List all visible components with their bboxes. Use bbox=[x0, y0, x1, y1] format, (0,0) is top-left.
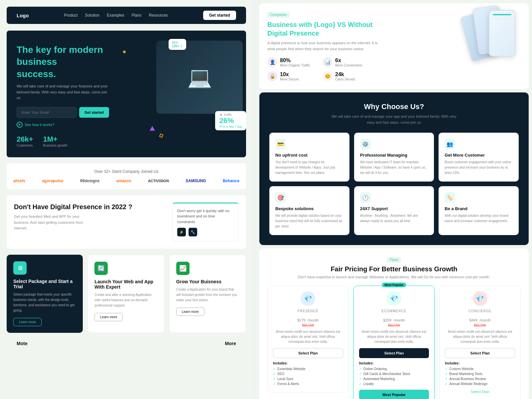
grow-business-card: 📈 Grow Your Buisness Create a Applicatio… bbox=[169, 255, 246, 333]
bottom-more-left: Mote bbox=[17, 341, 28, 346]
why-card-desc-5: Anytime - Anything - Anywhere. We are al… bbox=[360, 213, 428, 224]
why-card-icon-4: 🎯 bbox=[275, 192, 286, 203]
stat-organic-label: More Organic Traffic bbox=[280, 64, 310, 67]
biz-title-bracket: {Logo} bbox=[314, 21, 335, 28]
why-card-icon-5: 🕐 bbox=[360, 192, 371, 203]
select-dian-link[interactable]: Select Dian bbox=[445, 387, 515, 396]
card-title-2: Launch Your Web and App With Expert bbox=[94, 279, 157, 290]
learn-more-btn-2[interactable]: Learn more bbox=[94, 313, 123, 321]
watch-how-link[interactable]: ▶ See how it works? bbox=[17, 122, 236, 128]
ecommerce-plan-card: Most Popular 💎 ECOMMERCE $259 /month BEL… bbox=[353, 286, 435, 399]
biz-tag: Companies bbox=[267, 12, 290, 18]
hero-cta-button[interactable]: Get started bbox=[79, 107, 109, 118]
pricing-section: Plans Fair Pricing For Better Business G… bbox=[259, 248, 529, 399]
why-card-icon-3: 👥 bbox=[445, 139, 455, 149]
ecommerce-select-btn[interactable]: Select Plan bbox=[359, 348, 429, 358]
ahrefs-logo: ahrefs bbox=[13, 179, 25, 183]
concierge-old-price: BELOW bbox=[445, 324, 515, 327]
check-icon: ✓ bbox=[359, 377, 362, 381]
concierge-plan-card: 💎 CONCIERGE $449 /month BELOW Amet minim… bbox=[439, 286, 521, 399]
ecommerce-item-4: ✓Loyalty bbox=[359, 382, 429, 386]
check-icon: ✓ bbox=[359, 367, 362, 371]
select-package-card: 🖥 Select Package and Start a Trial Selec… bbox=[7, 255, 83, 333]
phone-screen-bar bbox=[493, 14, 511, 15]
pricing-desc: Don't have expertise to launch and manag… bbox=[267, 275, 521, 279]
stat-secure-val: 10x bbox=[280, 71, 299, 77]
check-icon: ✓ bbox=[445, 372, 448, 376]
designs-logo: 99designs bbox=[80, 179, 100, 183]
most-popular-badge: Most Popular bbox=[382, 283, 406, 287]
stat-clients-val: 24k bbox=[335, 71, 355, 77]
ecommerce-includes-title: Includes: bbox=[359, 361, 429, 365]
ecommerce-plan-name: ECOMMERCE bbox=[359, 309, 429, 313]
concierge-includes-title: Includes: bbox=[445, 361, 515, 365]
biz-title-text: Business with bbox=[267, 21, 314, 28]
growth-value: 1M+ bbox=[43, 135, 67, 144]
most-popular-bottom-btn[interactable]: Most Popular bbox=[359, 390, 429, 399]
dp-right-card: Don't worry get it quickly with no inves… bbox=[172, 202, 239, 242]
business-vs-section: Companies Business with {Logo} VS Withou… bbox=[259, 3, 529, 89]
presence-plan-name: PRESENCE bbox=[273, 309, 343, 313]
hero-title-text: The key for bbox=[17, 45, 69, 55]
nav-product[interactable]: Product bbox=[64, 13, 77, 18]
customers-label: Customers bbox=[17, 144, 33, 147]
phones-mockup bbox=[456, 7, 522, 66]
presence-plan-card: 💎 PRESENCE $179 /month BELOW Amet minim … bbox=[267, 286, 349, 393]
learn-more-btn-1[interactable]: Learn more bbox=[13, 318, 42, 326]
presence-select-btn[interactable]: Select Plan bbox=[273, 348, 343, 358]
card-icon-1: 🖥 bbox=[13, 261, 27, 275]
growth-label: Business growth bbox=[43, 144, 67, 147]
agora-logo: agorapulse bbox=[42, 179, 63, 183]
concierge-price: $449 /month bbox=[445, 314, 515, 324]
launch-web-card: 🔄 Launch Your Web and App With Expert Cr… bbox=[87, 255, 164, 333]
why-card-icon-2: ⚙️ bbox=[360, 139, 371, 149]
dp-icons: ⚡ 🔧 bbox=[177, 228, 234, 236]
check-icon: ✓ bbox=[445, 367, 448, 371]
behance-logo: Behance bbox=[223, 179, 239, 183]
check-icon: ✓ bbox=[445, 377, 448, 381]
why-card-professional: ⚙️ Professional Managing We have dedicat… bbox=[354, 133, 434, 182]
nav-resources[interactable]: Resources bbox=[149, 13, 168, 18]
why-card-no-upfront: 💳 No upfront cost You don't need to pay … bbox=[269, 133, 349, 182]
company-logos-row: ahrefs agorapulse 99designs amazon ACTIV… bbox=[13, 179, 239, 183]
get-started-nav-button[interactable]: Get started bbox=[203, 11, 236, 20]
pricing-title: Fair Pricing For Better Business Growth bbox=[267, 265, 521, 273]
concierge-select-btn[interactable]: Select Plan bbox=[445, 348, 515, 358]
bottom-more-right: More bbox=[225, 341, 236, 346]
card-title-1: Select Package and Start a Trial bbox=[13, 279, 76, 289]
dp-subtitle: Get your branded Web and APP for your bu… bbox=[14, 214, 94, 231]
why-card-desc-6: With our digital solution develop your b… bbox=[445, 213, 513, 224]
biz-title: Business with {Logo} VS Without Digital … bbox=[267, 20, 394, 38]
ecommerce-price: $259 /month bbox=[359, 314, 429, 324]
card-title-3: Grow Your Buisness bbox=[176, 279, 239, 284]
check-icon: ✓ bbox=[273, 372, 276, 376]
activision-logo: ACTIVISION bbox=[148, 179, 169, 183]
digital-presence-section: Don't Have Digital Presence in 2022 ? Ge… bbox=[7, 195, 246, 249]
presence-price: $179 /month bbox=[273, 314, 343, 324]
why-card-desc-4: We will provide digital solution based o… bbox=[275, 213, 343, 229]
email-input[interactable] bbox=[17, 107, 76, 118]
why-card-desc-1: You don't need to pay charges for develo… bbox=[275, 160, 343, 176]
dp-icon-1: ⚡ bbox=[177, 228, 186, 236]
stat-customers: 26k+ Customers bbox=[17, 135, 33, 147]
nav-examples[interactable]: Examples bbox=[107, 13, 124, 18]
card-desc-2: Create and alter a stunning Application … bbox=[94, 292, 157, 308]
nav-solution[interactable]: Solution bbox=[85, 13, 99, 18]
why-card-title-3: Get More Customer bbox=[445, 153, 513, 158]
concierge-item-2: ✓Brand Marketing Tools bbox=[445, 372, 515, 376]
ecommerce-includes: Includes: ✓Online Ordering ✓Gift Cards &… bbox=[359, 361, 429, 386]
check-icon: ✓ bbox=[273, 367, 276, 371]
concierge-plan-name: CONCIERGE bbox=[445, 309, 515, 313]
stat-organic-info: 80% More Organic Traffic bbox=[280, 58, 310, 67]
hero-subtitle: We will take care of and manage your fin… bbox=[17, 83, 110, 101]
nav-plans[interactable]: Plans bbox=[132, 13, 142, 18]
navigation: Logo Product Solution Examples Plans Res… bbox=[7, 7, 246, 24]
hero-stats: 26k+ Customers 1M+ Business growth bbox=[17, 135, 236, 147]
learn-more-btn-3[interactable]: Learn more bbox=[176, 308, 204, 316]
feature-cards-row: 🖥 Select Package and Start a Trial Selec… bbox=[7, 255, 246, 333]
stat-clients-icon: 😊 bbox=[323, 71, 332, 81]
why-title: Why Choose Us? bbox=[269, 102, 519, 111]
concierge-desc: Amet minim mollit non deserunt ullamco e… bbox=[445, 329, 515, 344]
why-card-title-6: Be a Brand bbox=[445, 206, 513, 211]
why-choose-us-section: Why Choose Us? We will take care of and … bbox=[259, 92, 529, 245]
